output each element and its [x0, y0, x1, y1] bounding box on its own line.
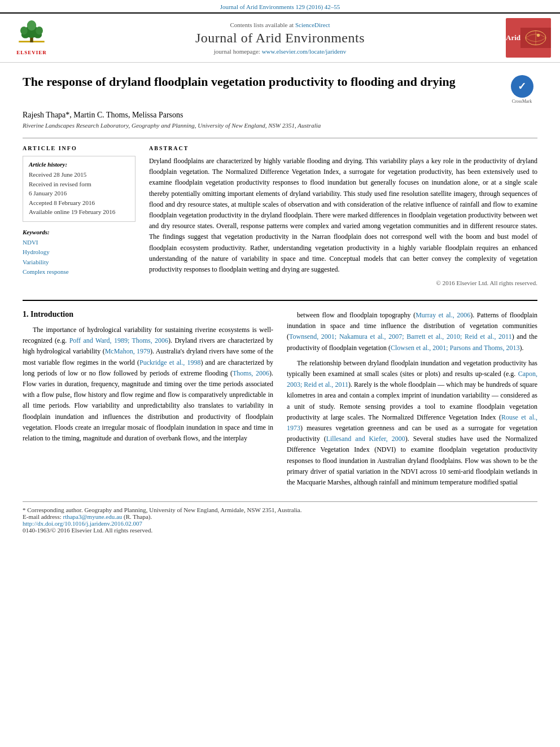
svg-point-7	[27, 20, 36, 30]
keywords-block: Keywords: NDVI Hydrology Variability Com…	[23, 229, 135, 277]
keyword-complex-response: Complex response	[23, 267, 135, 277]
ref-puckridge[interactable]: Puckridge et al., 1998	[139, 359, 200, 366]
article-container: The response of dryland floodplain veget…	[0, 63, 560, 545]
journal-citation: Journal of Arid Environments 129 (2016) …	[0, 0, 560, 12]
sciencedirect-link[interactable]: ScienceDirect	[295, 21, 330, 28]
keyword-variability: Variability	[23, 257, 135, 268]
ref-nakamura[interactable]: Nakamura et al., 2007;	[339, 333, 404, 340]
contents-available-line: Contents lists available at ScienceDirec…	[54, 21, 506, 28]
homepage-url[interactable]: www.elsevier.com/locate/jaridenv	[262, 48, 347, 55]
homepage-line: journal homepage: www.elsevier.com/locat…	[54, 48, 506, 55]
issn-line: 0140-1963/© 2016 Elsevier Ltd. All right…	[23, 527, 537, 534]
ref-thoms-2006b[interactable]: Thoms, 2006	[233, 369, 269, 377]
elsevier-wordmark: ELSEVIER	[16, 50, 47, 55]
body-left-col: 1. Introduction The importance of hydrol…	[23, 310, 273, 492]
ref-murray[interactable]: Murray et al., 2006	[415, 311, 470, 319]
article-info-box: Article history: Received 28 June 2015 R…	[23, 156, 135, 222]
available-date: Available online 19 February 2016	[29, 207, 129, 217]
abstract-column: ABSTRACT Dryland floodplains are charact…	[149, 145, 537, 286]
body-two-col: 1. Introduction The importance of hydrol…	[23, 310, 537, 492]
ref-lillesand[interactable]: Lillesand and Kiefer, 2000	[326, 435, 405, 443]
body-section: 1. Introduction The importance of hydrol…	[23, 300, 537, 534]
affiliation-line: Riverine Landscapes Research Laboratory,…	[23, 122, 537, 129]
keyword-ndvi: NDVI	[23, 238, 135, 248]
journal-header: ELSEVIER Contents lists available at Sci…	[0, 12, 560, 63]
elsevier-logo: ELSEVIER	[9, 20, 54, 55]
doi-line[interactable]: http://dx.doi.org/10.1016/j.jaridenv.201…	[23, 520, 537, 527]
abstract-heading: ABSTRACT	[149, 145, 537, 151]
ref-poff-ward[interactable]: Poff and Ward, 1989;	[69, 337, 130, 344]
revised-date: 6 January 2016	[29, 189, 129, 198]
journal-title-block: Contents lists available at ScienceDirec…	[54, 21, 506, 55]
crossmark-label: CrossMark	[512, 99, 532, 104]
article-title-section: The response of dryland floodplain veget…	[23, 74, 537, 105]
authors-line: Rajesh Thapa*, Martin C. Thoms, Melissa …	[23, 111, 537, 120]
footnote-area: * Corresponding author. Geography and Pl…	[23, 501, 537, 534]
arid-journal-logo: Arid	[506, 18, 551, 58]
copyright-line: © 2016 Elsevier Ltd. All rights reserved…	[149, 279, 537, 286]
svg-point-5	[20, 27, 28, 35]
revised-label: Received in revised form	[29, 180, 129, 189]
ref-reid-2011[interactable]: Reid et al., 2011	[465, 333, 512, 340]
ref-thoms-2006[interactable]: Thoms, 2006	[132, 337, 168, 344]
article-info-heading: Article Info	[23, 145, 135, 151]
ref-parsons-thoms[interactable]: Parsons and Thoms, 2013	[450, 344, 520, 352]
footnote-email: E-mail address: rthapa3@myune.edu.au (R.…	[23, 513, 537, 520]
article-meta-section: Article Info Article history: Received 2…	[23, 145, 537, 286]
ref-mcmahon[interactable]: McMahon, 1979	[105, 347, 150, 355]
article-title: The response of dryland floodplain veget…	[23, 74, 506, 90]
article-history-title: Article history:	[29, 161, 129, 168]
body-left-text: The importance of hydrological variabili…	[23, 325, 273, 444]
ref-reid-2011b[interactable]: Reid et al., 2011	[304, 381, 348, 388]
keywords-title: Keywords:	[23, 229, 135, 235]
section1-title: 1. Introduction	[23, 310, 273, 319]
elsevier-tree-icon	[15, 20, 49, 49]
svg-point-11	[537, 34, 540, 37]
keyword-hydrology: Hydrology	[23, 247, 135, 257]
arid-logo-map-icon	[520, 27, 551, 49]
footnote-corresponding: * Corresponding author. Geography and Pl…	[23, 506, 537, 513]
journal-main-title: Journal of Arid Environments	[54, 30, 506, 46]
keywords-list: NDVI Hydrology Variability Complex respo…	[23, 238, 135, 277]
ref-barrett[interactable]: Barrett et al., 2010;	[406, 333, 462, 340]
body-right-text: between flow and floodplain topography (…	[287, 310, 537, 488]
received-date: Received 28 June 2015	[29, 170, 129, 180]
article-info-column: Article Info Article history: Received 2…	[23, 145, 135, 286]
ref-townsend[interactable]: Townsend, 2001;	[289, 333, 336, 340]
footnote-email-link[interactable]: rthapa3@myune.edu.au	[63, 513, 122, 520]
divider-1	[23, 138, 537, 138]
accepted-date: Accepted 8 February 2016	[29, 198, 129, 208]
ref-clowsen[interactable]: Clowsen et al., 2001;	[391, 344, 448, 352]
body-right-col: between flow and floodplain topography (…	[287, 310, 537, 492]
svg-point-6	[36, 27, 43, 35]
crossmark-badge[interactable]: ✓ CrossMark	[506, 74, 537, 105]
crossmark-icon: ✓	[511, 75, 533, 98]
ref-rouse[interactable]: Rouse et al., 1973	[287, 413, 537, 432]
abstract-text: Dryland floodplains are characterized by…	[149, 156, 537, 275]
